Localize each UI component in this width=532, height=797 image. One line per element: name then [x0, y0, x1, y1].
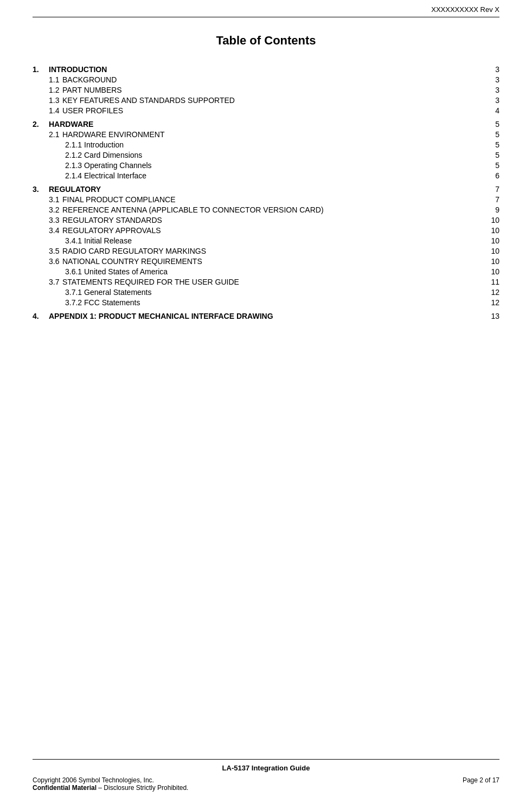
toc-num-3-6-1: 3.6.1: [33, 267, 84, 276]
toc-label-3-6: NATIONAL COUNTRY REQUIREMENTS: [62, 257, 202, 266]
confidential-bold: Confidential Material: [33, 784, 97, 792]
toc-page-3-7-2: 12: [489, 298, 499, 307]
toc-page-1-1: 3: [489, 75, 499, 84]
toc-entry-3-6-1: 3.6.1 United States of America 10: [33, 266, 499, 277]
toc-label-2-1: HARDWARE ENVIRONMENT: [62, 130, 165, 139]
toc-num-2-1: 2.1: [33, 130, 62, 139]
toc-entry-3-4-1: 3.4.1 Initial Release 10: [33, 235, 499, 246]
toc-num-2-1-1: 2.1.1: [33, 140, 84, 149]
toc-num-3-4-1: 3.4.1: [33, 236, 84, 245]
toc-page-3-2: 9: [489, 205, 499, 214]
toc-num-1-2: 1.2: [33, 86, 62, 94]
toc-entry-3-7: 3.7 STATEMENTS REQUIRED FOR THE USER GUI…: [33, 277, 499, 287]
toc-page-3-1: 7: [489, 195, 499, 204]
toc-num-3-7-1: 3.7.1: [33, 288, 84, 297]
toc-entry-3-5: 3.5 RADIO CARD REGULATORY MARKINGS 10: [33, 246, 499, 256]
toc-label-3-2: REFERENCE ANTENNA (APPLICABLE TO CONNECT…: [62, 205, 324, 214]
toc-page-1-2: 3: [489, 86, 499, 94]
toc-page-3-4-1: 10: [489, 236, 499, 245]
toc-num-3: 3.: [33, 185, 49, 194]
footer-page: Page 2 of 17: [463, 776, 499, 784]
toc-page-2-1-2: 5: [489, 151, 499, 159]
toc-num-1-4: 1.4: [33, 106, 62, 115]
page-header: XXXXXXXXXX Rev X: [33, 0, 499, 17]
toc-entry-3-7-1: 3.7.1 General Statements 12: [33, 287, 499, 297]
toc-page-3-4: 10: [489, 226, 499, 235]
main-content: Table of Contents 1. INTRODUCTION 3 1.1 …: [33, 17, 499, 727]
toc-page-3-6: 10: [489, 257, 499, 266]
toc-num-1-3: 1.3: [33, 96, 62, 105]
toc-page-2-1-1: 5: [489, 140, 499, 149]
toc-label-2-1-4: Electrical Interface: [84, 171, 146, 180]
toc: 1. INTRODUCTION 3 1.1 BACKGROUND 3 1.2 P…: [33, 64, 499, 321]
toc-entry-1-2: 1.2 PART NUMBERS 3: [33, 85, 499, 95]
toc-label-1-2: PART NUMBERS: [62, 86, 122, 94]
toc-label-1-1: BACKGROUND: [62, 75, 117, 84]
toc-page-4: 13: [489, 312, 499, 320]
toc-num-2-1-4: 2.1.4: [33, 171, 84, 180]
toc-label-2-1-3: Operating Channels: [84, 161, 152, 170]
toc-page-3-7: 11: [489, 278, 499, 286]
toc-entry-4: 4. APPENDIX 1: PRODUCT MECHANICAL INTERF…: [33, 311, 499, 321]
footer-bottom: Copyright 2006 Symbol Technologies, Inc.…: [33, 776, 499, 792]
toc-page-1-3: 3: [489, 96, 499, 105]
toc-page-3-5: 10: [489, 247, 499, 255]
toc-label-3-4-1: Initial Release: [84, 236, 132, 245]
toc-entry-3-7-2: 3.7.2 FCC Statements 12: [33, 297, 499, 307]
toc-label-3-6-1: United States of America: [84, 267, 168, 276]
toc-page-3-3: 10: [489, 216, 499, 224]
toc-entry-1: 1. INTRODUCTION 3: [33, 64, 499, 74]
toc-num-3-1: 3.1: [33, 195, 62, 204]
toc-num-3-2: 3.2: [33, 205, 62, 214]
toc-label-4: APPENDIX 1: PRODUCT MECHANICAL INTERFACE…: [49, 312, 273, 320]
toc-num-2-1-3: 2.1.3: [33, 161, 84, 170]
toc-entry-2-1-3: 2.1.3 Operating Channels 5: [33, 160, 499, 170]
toc-entry-1-3: 1.3 KEY FEATURES AND STANDARDS SUPPORTED…: [33, 95, 499, 105]
toc-entry-3-3: 3.3 REGULATORY STANDARDS 10: [33, 215, 499, 225]
toc-entry-2: 2. HARDWARE 5: [33, 119, 499, 129]
toc-num-3-6: 3.6: [33, 257, 62, 266]
toc-page-2-1-4: 6: [489, 171, 499, 180]
toc-entry-3-6: 3.6 NATIONAL COUNTRY REQUIREMENTS 10: [33, 256, 499, 266]
toc-entry-1-1: 1.1 BACKGROUND 3: [33, 74, 499, 85]
toc-label-2-1-2: Card Dimensions: [84, 151, 142, 159]
toc-entry-3-1: 3.1 FINAL PRODUCT COMPLIANCE 7: [33, 194, 499, 204]
toc-num-3-7-2: 3.7.2: [33, 298, 84, 307]
toc-page-2: 5: [489, 120, 499, 128]
toc-label-3-7-1: General Statements: [84, 288, 152, 297]
toc-label-1-4: USER PROFILES: [62, 106, 123, 115]
toc-num-1-1: 1.1: [33, 75, 62, 84]
revision-text: XXXXXXXXXX Rev X: [431, 5, 499, 14]
toc-entry-2-1: 2.1 HARDWARE ENVIRONMENT 5: [33, 129, 499, 139]
toc-label-3-1: FINAL PRODUCT COMPLIANCE: [62, 195, 175, 204]
confidential-line: Confidential Material – Disclosure Stric…: [33, 784, 188, 792]
toc-page-3-7-1: 12: [489, 288, 499, 297]
toc-num-4: 4.: [33, 312, 49, 320]
toc-label-2: HARDWARE: [49, 120, 93, 128]
toc-label-3-5: RADIO CARD REGULATORY MARKINGS: [62, 247, 206, 255]
toc-label-3-7-2: FCC Statements: [84, 298, 140, 307]
toc-label-3-4: REGULATORY APPROVALS: [62, 226, 161, 235]
page-title: Table of Contents: [33, 34, 499, 48]
toc-entry-2-1-2: 2.1.2 Card Dimensions 5: [33, 150, 499, 160]
copyright-line: Copyright 2006 Symbol Technologies, Inc.: [33, 776, 188, 784]
toc-label-1: INTRODUCTION: [49, 65, 107, 74]
toc-page-2-1: 5: [489, 130, 499, 139]
toc-page-3: 7: [489, 185, 499, 194]
toc-num-2: 2.: [33, 120, 49, 128]
toc-page-3-6-1: 10: [489, 267, 499, 276]
toc-page-1-4: 4: [489, 106, 499, 115]
toc-page-1: 3: [489, 65, 499, 74]
toc-num-1: 1.: [33, 65, 49, 74]
page-footer: LA-5137 Integration Guide Copyright 2006…: [33, 759, 499, 797]
footer-title: LA-5137 Integration Guide: [33, 764, 499, 772]
toc-num-3-3: 3.3: [33, 216, 62, 224]
toc-entry-3: 3. REGULATORY 7: [33, 184, 499, 194]
toc-num-3-7: 3.7: [33, 278, 62, 286]
confidential-rest: – Disclosure Strictly Prohibited.: [97, 784, 188, 792]
toc-label-2-1-1: Introduction: [84, 140, 124, 149]
toc-label-3-7: STATEMENTS REQUIRED FOR THE USER GUIDE: [62, 278, 239, 286]
toc-entry-2-1-4: 2.1.4 Electrical Interface 6: [33, 170, 499, 181]
page: XXXXXXXXXX Rev X Table of Contents 1. IN…: [0, 0, 532, 797]
footer-copyright: Copyright 2006 Symbol Technologies, Inc.…: [33, 776, 188, 792]
